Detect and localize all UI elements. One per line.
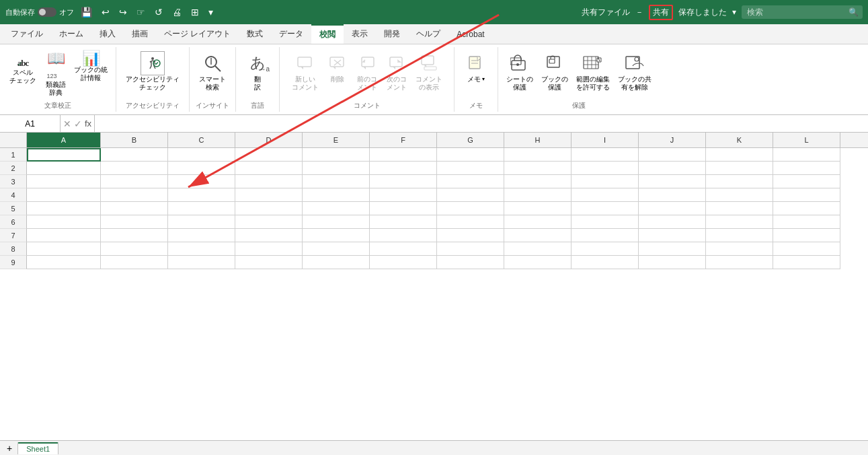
cell-j3[interactable] xyxy=(639,175,706,188)
tab-pagelayout[interactable]: ページ レイアウト xyxy=(156,24,239,44)
cell-e7[interactable] xyxy=(303,229,370,242)
cell-d9[interactable] xyxy=(235,256,303,269)
cell-c4[interactable] xyxy=(168,188,235,202)
smart-lookup-button[interactable]: スマート検索 xyxy=(195,48,230,94)
cell-i9[interactable] xyxy=(571,256,639,269)
cell-g9[interactable] xyxy=(437,256,504,269)
cell-c8[interactable] xyxy=(168,242,235,256)
customize-qat[interactable]: ▾ xyxy=(206,5,216,19)
save-status-dropdown[interactable]: ▾ xyxy=(732,7,736,17)
cell-g3[interactable] xyxy=(437,175,504,188)
name-box[interactable] xyxy=(0,115,61,132)
cell-k7[interactable] xyxy=(706,229,773,242)
search-input[interactable] xyxy=(742,5,863,19)
row-6-number[interactable]: 6 xyxy=(0,215,27,229)
share-button-highlight[interactable]: 共有 xyxy=(649,5,673,20)
cell-k8[interactable] xyxy=(706,242,773,256)
cell-e6[interactable] xyxy=(303,215,370,229)
cell-a7[interactable] xyxy=(27,229,101,242)
cell-d3[interactable] xyxy=(235,175,303,188)
save-button[interactable]: 💾 xyxy=(78,5,95,19)
cell-g7[interactable] xyxy=(437,229,504,242)
protect-workbook-button[interactable]: ブックの保護 xyxy=(539,48,571,94)
cell-l9[interactable] xyxy=(773,256,840,269)
tab-review[interactable]: 校閲 xyxy=(311,24,344,44)
show-comments-button[interactable]: コメントの表示 xyxy=(413,48,445,94)
sort-button[interactable]: ⊞ xyxy=(188,5,202,19)
confirm-formula-icon[interactable]: ✓ xyxy=(74,118,82,129)
cell-l2[interactable] xyxy=(773,162,840,175)
workbook-stats-button[interactable]: 📊 ブックの統計情報 xyxy=(71,48,110,85)
cell-c7[interactable] xyxy=(168,229,235,242)
cell-b3[interactable] xyxy=(101,175,168,188)
cell-h4[interactable] xyxy=(504,188,571,202)
prev-comment-button[interactable]: 前のコメント xyxy=(354,48,381,94)
cell-f1[interactable] xyxy=(370,148,437,162)
cell-b1[interactable] xyxy=(101,148,168,162)
cell-f2[interactable] xyxy=(370,162,437,175)
cell-e4[interactable] xyxy=(303,188,370,202)
cell-b2[interactable] xyxy=(101,162,168,175)
tab-view[interactable]: 表示 xyxy=(344,24,376,44)
cell-h7[interactable] xyxy=(504,229,571,242)
cell-k9[interactable] xyxy=(706,256,773,269)
cell-k4[interactable] xyxy=(706,188,773,202)
cell-b8[interactable] xyxy=(101,242,168,256)
row-9-number[interactable]: 9 xyxy=(0,256,27,269)
cell-d4[interactable] xyxy=(235,188,303,202)
cell-g4[interactable] xyxy=(437,188,504,202)
cell-g6[interactable] xyxy=(437,215,504,229)
cell-d7[interactable] xyxy=(235,229,303,242)
cell-k5[interactable] xyxy=(706,202,773,215)
col-header-i[interactable]: I xyxy=(571,133,639,147)
add-sheet-button[interactable]: + xyxy=(3,443,16,454)
protect-sheet-button[interactable]: シートの保護 xyxy=(504,48,536,94)
unshare-workbook-button[interactable]: ブックの共有を解除 xyxy=(615,48,654,94)
cell-k1[interactable] xyxy=(706,148,773,162)
tab-file[interactable]: ファイル xyxy=(3,24,51,44)
cell-j8[interactable] xyxy=(639,242,706,256)
cell-l6[interactable] xyxy=(773,215,840,229)
cell-j5[interactable] xyxy=(639,202,706,215)
cell-h2[interactable] xyxy=(504,162,571,175)
translate-button[interactable]: あ ↔a 翻訳 xyxy=(241,48,274,94)
cell-g8[interactable] xyxy=(437,242,504,256)
tab-acrobat[interactable]: Acrobat xyxy=(448,24,492,44)
tab-insert[interactable]: 挿入 xyxy=(91,24,124,44)
row-4-number[interactable]: 4 xyxy=(0,188,27,202)
col-header-h[interactable]: H xyxy=(504,133,571,147)
next-comment-button[interactable]: 次のコメント xyxy=(383,48,410,94)
row-3-number[interactable]: 3 xyxy=(0,175,27,188)
cell-f9[interactable] xyxy=(370,256,437,269)
row-5-number[interactable]: 5 xyxy=(0,202,27,215)
tab-formulas[interactable]: 数式 xyxy=(239,24,271,44)
cell-e3[interactable] xyxy=(303,175,370,188)
cell-f3[interactable] xyxy=(370,175,437,188)
col-header-c[interactable]: C xyxy=(168,133,235,147)
cell-h9[interactable] xyxy=(504,256,571,269)
cell-a6[interactable] xyxy=(27,215,101,229)
cell-b7[interactable] xyxy=(101,229,168,242)
cell-e5[interactable] xyxy=(303,202,370,215)
col-header-e[interactable]: E xyxy=(303,133,370,147)
cell-c6[interactable] xyxy=(168,215,235,229)
cell-d5[interactable] xyxy=(235,202,303,215)
col-header-a[interactable]: A xyxy=(27,133,101,147)
cell-i3[interactable] xyxy=(571,175,639,188)
delete-comment-button[interactable]: 削除 xyxy=(324,48,351,86)
sheet-tab-1[interactable]: Sheet1 xyxy=(17,442,58,454)
col-header-d[interactable]: D xyxy=(235,133,303,147)
cell-a3[interactable] xyxy=(27,175,101,188)
cell-g2[interactable] xyxy=(437,162,504,175)
cell-c5[interactable] xyxy=(168,202,235,215)
cell-c1[interactable] xyxy=(168,148,235,162)
new-comment-button[interactable]: 新しいコメント xyxy=(289,48,321,94)
cell-l5[interactable] xyxy=(773,202,840,215)
cell-i2[interactable] xyxy=(571,162,639,175)
cell-b6[interactable] xyxy=(101,215,168,229)
accessibility-check-button[interactable]: アクセシビリティチェック xyxy=(122,48,184,94)
cell-f7[interactable] xyxy=(370,229,437,242)
cell-l1[interactable] xyxy=(773,148,840,162)
row-2-number[interactable]: 2 xyxy=(0,162,27,175)
repeat-button[interactable]: ↺ xyxy=(152,5,165,19)
